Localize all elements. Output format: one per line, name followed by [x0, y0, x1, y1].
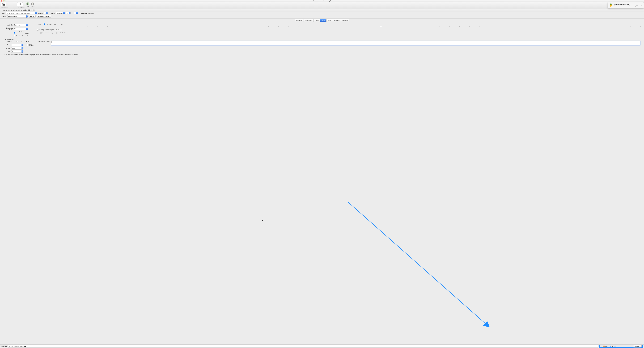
fps-select[interactable]: 30 ⋮ — [14, 28, 28, 30]
additional-options-field[interactable] — [51, 41, 640, 45]
constant-framerate-radio[interactable]: Constant Framerate — [14, 35, 29, 37]
title-label: Title: — [2, 12, 5, 14]
encoder-preset-slider[interactable] — [11, 41, 24, 43]
pause-label: Pause — [31, 6, 34, 7]
profile-select[interactable]: main ⋮ — [11, 47, 24, 49]
video-encoder-select[interactable]: H.264 (x264) ⋮ — [14, 24, 28, 26]
start-label: Start — [26, 6, 29, 7]
additional-options-label: Additional Options: — [38, 41, 50, 42]
tab-video[interactable]: Video — [320, 19, 326, 22]
chevron-updown-icon: ⋮ — [63, 12, 65, 14]
average-bitrate-label: Average Bitrate (kbps): — [39, 29, 54, 30]
encoder-options: Encoder Options Preset: fast Tune: — [4, 38, 640, 53]
peak-framerate-input[interactable] — [14, 32, 15, 33]
range-mode-value: Chapters — [57, 12, 62, 14]
chevron-updown-icon: ⋮ — [35, 12, 37, 14]
angle-label: Angle: — [38, 12, 43, 14]
x264-unparse-text: x264 Unparse: level=4.0:ref=2:8x8dct=0:w… — [4, 54, 640, 55]
notification-app-icon: 🍍 — [609, 3, 612, 7]
encoder-preset-value: fast — [26, 41, 34, 42]
range-sep: – — [72, 12, 73, 14]
encoder-preset-label: Preset: — [4, 41, 10, 42]
chevron-updown-icon: ⋮ — [22, 44, 23, 46]
video-panel: Video Encoder: H.264 (x264) ⋮ Framerate … — [0, 22, 644, 56]
preset-value: Fast 1080p30 — [8, 16, 16, 17]
turbo-first-pass-label: Turbo first pass — [58, 32, 68, 33]
chevron-updown-icon: ⋮ — [76, 12, 78, 14]
source-value: bounce animation final, 1920x1080, 30 FP… — [8, 9, 35, 11]
chevron-updown-icon: ⋮ — [26, 15, 28, 17]
two-pass-input — [40, 32, 42, 33]
range-to-select[interactable]: 1 ⋮ — [74, 12, 78, 14]
text-cursor-icon — [52, 41, 52, 43]
open-source-label: Open Source — [1, 6, 8, 8]
chevron-updown-icon: ⋮ — [22, 50, 23, 52]
constant-framerate-label: Constant Framerate — [16, 35, 28, 37]
constant-framerate-input[interactable] — [14, 35, 15, 37]
tune-value: none — [12, 44, 15, 46]
title-select[interactable]: 1 - 00:00:03 - bounce animation final ⋮ — [6, 12, 37, 14]
range-from-value: 1 — [67, 12, 68, 14]
add-to-queue-button[interactable]: 🎞 Add To Queue — [17, 2, 24, 8]
preset-row: Preset: Fast 1080p30 ⋮ Reload Save New P… — [0, 15, 644, 18]
level-select[interactable]: 4.0 ⋮ — [11, 50, 24, 53]
video-encoder-value: H.264 (x264) — [14, 24, 22, 26]
rf-label: RF: — [61, 23, 63, 25]
tune-label: Tune: — [4, 44, 10, 46]
range-from-select[interactable]: 1 ⋮ — [66, 12, 70, 14]
tab-audio[interactable]: Audio — [326, 19, 333, 22]
video-encoder-label: Video Encoder: — [4, 23, 13, 26]
fast-decode-checkbox[interactable]: Fast Decode — [26, 43, 34, 46]
average-bitrate-input[interactable] — [37, 29, 39, 31]
angle-select[interactable]: 1 ⋮ — [44, 12, 48, 14]
tune-select[interactable]: none ⋮ — [11, 44, 24, 46]
save-new-preset-button[interactable]: Save New Preset... — [36, 15, 51, 18]
preset-select[interactable]: Fast 1080p30 ⋮ — [7, 15, 28, 18]
slider-knob-icon[interactable] — [380, 26, 382, 27]
quality-slider[interactable] — [37, 26, 640, 28]
constant-quality-radio[interactable]: Constant Quality — [44, 23, 56, 25]
title-value: 1 - 00:00:03 - bounce animation final — [7, 12, 30, 14]
fps-label: Framerate (FPS): — [4, 27, 13, 30]
start-button[interactable]: ▶ Start — [26, 2, 29, 7]
angle-value: 1 — [45, 12, 46, 14]
tab-dimensions[interactable]: Dimensions — [304, 19, 314, 22]
titlebar: bounce animation final.mp4 — [0, 0, 644, 2]
tabs-row: Summary Dimensions Filters Video Audio S… — [0, 18, 644, 22]
rf-value: 22 — [65, 23, 66, 25]
queue-icon: 🎞 — [17, 2, 23, 6]
pause-button: ❚❚ Pause — [31, 2, 34, 7]
tab-filters[interactable]: Filters — [314, 19, 320, 22]
notification-body: Your encode bounce animation final.mp4 i… — [614, 5, 642, 7]
document-icon — [313, 0, 314, 1]
slider-knob-icon[interactable] — [16, 41, 18, 42]
reload-button[interactable]: Reload — [29, 15, 36, 18]
tab-summary[interactable]: Summary — [295, 19, 304, 22]
open-source-button[interactable]: 🎬 Open Source — [1, 2, 8, 8]
notification-title: Put down that cocktail... — [614, 4, 642, 5]
title-row: Title: 1 - 00:00:03 - bounce animation f… — [0, 11, 644, 15]
notification-banner[interactable]: 🍍 Put down that cocktail... Your encode … — [608, 2, 644, 8]
tab-chapters[interactable]: Chapters — [341, 19, 349, 22]
turbo-first-pass-input — [56, 32, 58, 33]
average-bitrate-field[interactable] — [55, 29, 62, 31]
chevron-updown-icon: ⋮ — [26, 24, 28, 26]
quality-label: Quality: — [37, 23, 42, 25]
two-pass-checkbox: 2-pass encoding — [40, 31, 53, 34]
peak-framerate-radio[interactable]: Peak Framerate (VFR) — [14, 31, 29, 34]
tab-subtitles[interactable]: Subtitles — [333, 19, 341, 22]
source-row: Source: bounce animation final, 1920x108… — [0, 9, 644, 11]
chevron-updown-icon: ⋮ — [46, 12, 48, 14]
constant-quality-input[interactable] — [44, 23, 45, 25]
chevron-updown-icon: ⋮ — [26, 28, 28, 30]
average-bitrate-radio[interactable]: Average Bitrate (kbps): — [37, 29, 54, 31]
profile-label: Profile: — [4, 48, 10, 49]
duration-value: 00:00:03 — [88, 12, 94, 14]
constant-quality-label: Constant Quality — [46, 23, 56, 25]
duration-label: Duration: — [81, 12, 87, 14]
window-title: bounce animation final.mp4 — [0, 0, 644, 2]
range-mode-select[interactable]: Chapters ⋮ — [56, 12, 65, 14]
fast-decode-input[interactable] — [27, 44, 28, 46]
toolbar: 🎬 Open Source 🎞 Add To Queue ▶ Start ❚❚ … — [0, 2, 644, 9]
chevron-updown-icon: ⋮ — [22, 47, 23, 49]
